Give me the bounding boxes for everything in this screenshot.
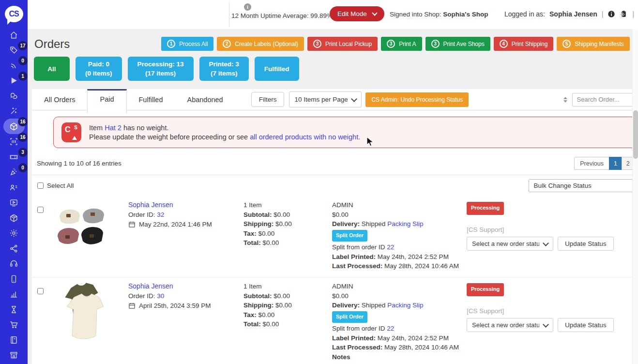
sidebar-item-messages[interactable] — [3, 91, 25, 101]
sidebar-item-reports[interactable] — [3, 289, 25, 299]
customer-link[interactable]: Sophia Jensen — [128, 282, 173, 290]
print-ave-shops-button[interactable]: 3 Print Ave Shops — [425, 37, 490, 51]
channel-amount: $0.00 — [332, 291, 467, 301]
sidebar-item-catalog[interactable] — [3, 335, 25, 345]
sidebar-item-support[interactable] — [3, 259, 25, 269]
barcode-scan-icon — [9, 137, 18, 146]
update-status-button[interactable]: Update Status — [558, 237, 614, 251]
showing-entries: Showing 1 to 10 of 16 entries — [37, 160, 122, 167]
item-link[interactable]: Hat 2 — [105, 124, 122, 132]
order-status-select[interactable]: Select a new order status.. — [467, 318, 553, 332]
split-from-label: Split from order ID — [332, 243, 385, 251]
edit-mode-label: Edit Mode — [337, 10, 367, 17]
update-status-button[interactable]: Update Status — [558, 318, 614, 332]
filter-processing-button[interactable]: Processing: 13 (17 items) — [128, 57, 194, 81]
info-icon[interactable]: i — [244, 3, 251, 11]
sidebar-item-settings[interactable] — [3, 228, 25, 238]
vertical-scrollbar[interactable] — [632, 29, 638, 364]
total-value: $0.00 — [263, 239, 279, 246]
filter-label: Printed: 3 — [209, 60, 239, 69]
badge-count: 0 — [18, 56, 28, 65]
print-local-pickup-button[interactable]: 3 Print Local Pickup — [307, 37, 378, 51]
sidebar-item-carts[interactable] — [3, 320, 25, 330]
order-id-link[interactable]: 30 — [157, 292, 164, 300]
sidebar-item-scan[interactable]: 16 — [3, 137, 25, 147]
filter-paid-button[interactable]: Paid: 0 (0 items) — [76, 57, 122, 81]
sidebar-item-customers[interactable] — [3, 182, 25, 192]
sidebar-item-automations[interactable] — [3, 106, 25, 116]
sidebar-item-shop[interactable] — [3, 350, 25, 360]
notes-label[interactable]: Notes — [332, 352, 467, 362]
filter-printed-button[interactable]: Printed: 3 (7 items) — [199, 57, 249, 81]
tab-paid[interactable]: Paid — [87, 89, 126, 114]
sidebar-item-broadcast[interactable]: 0 — [3, 61, 25, 70]
scrollbar-thumb[interactable] — [633, 110, 638, 159]
product-image[interactable] — [55, 200, 128, 277]
tab-all-orders[interactable]: All Orders — [32, 89, 87, 110]
sidebar-item-products[interactable]: 17 — [3, 46, 25, 55]
order-id-link[interactable]: 32 — [157, 211, 164, 218]
split-order-id-link[interactable]: 22 — [387, 243, 394, 251]
orders-card: All Orders Paid Fulfilled Abandoned Filt… — [32, 89, 638, 364]
process-all-button[interactable]: 1 Process All — [161, 37, 213, 51]
step-number: 3 — [387, 40, 395, 48]
filter-sublabel: (7 items) — [209, 69, 239, 78]
order-checkbox[interactable] — [37, 207, 44, 213]
sidebar-item-mobile-app[interactable] — [3, 274, 25, 284]
app-logo[interactable]: CS — [0, 0, 28, 28]
info-icon[interactable] — [608, 10, 615, 18]
sidebar-item-live[interactable]: 1 — [3, 76, 25, 86]
warning-line1-post: has no weight. — [123, 124, 169, 132]
sidebar-item-inventory[interactable] — [3, 213, 25, 223]
switch-user-icon[interactable] — [620, 10, 628, 18]
select-all-checkbox[interactable] — [37, 182, 44, 189]
select-all-row: Select All Bulk Change Status — [32, 175, 638, 196]
packing-slip-link[interactable]: Packing Slip — [387, 302, 423, 309]
subtotal-value: $0.00 — [273, 211, 290, 218]
order-id-label: Order ID: — [128, 292, 155, 300]
package-icon — [9, 122, 18, 131]
product-image[interactable] — [55, 282, 128, 362]
pagination-page-1[interactable]: 1 — [609, 157, 622, 170]
shipping-manifests-button[interactable]: 5 Shipping Manifests — [557, 37, 629, 51]
filter-all-button[interactable]: All — [34, 57, 70, 81]
sidebar-item-giveaways[interactable]: 0 — [3, 167, 25, 177]
sidebar-item-coupons[interactable]: 3 — [3, 152, 25, 162]
filter-fulfilled-button[interactable]: Fulfilled — [255, 57, 299, 81]
items-per-page-select[interactable]: 10 Items per Page — [289, 91, 362, 107]
order-checkbox[interactable] — [37, 288, 44, 294]
total-value: $0.00 — [263, 320, 279, 328]
sidebar-item-orders[interactable]: 16 — [3, 121, 25, 131]
pagination-previous[interactable]: Previous — [574, 157, 609, 170]
sidebar-item-integrations[interactable] — [3, 243, 25, 253]
bulk-change-status-select[interactable]: Bulk Change Status — [529, 179, 638, 192]
split-order-id-link[interactable]: 22 — [387, 325, 394, 332]
step-number: 4 — [500, 40, 508, 48]
packing-slip-link[interactable]: Packing Slip — [387, 220, 423, 228]
status-badge: Processing — [467, 202, 504, 215]
print-a-button[interactable]: 3 Print A — [381, 37, 422, 51]
tab-abandoned[interactable]: Abandoned — [175, 89, 235, 110]
print-shipping-button[interactable]: 4 Print Shipping — [494, 37, 554, 51]
tab-fulfilled[interactable]: Fulfilled — [127, 89, 175, 110]
create-labels-button[interactable]: 2 Create Labels (Optional) — [217, 37, 304, 51]
sidebar-item-home[interactable] — [3, 30, 25, 40]
order-status-select[interactable]: Select a new order status.. — [467, 237, 553, 251]
sort-icon[interactable] — [563, 97, 567, 103]
cs-admin-undo-button[interactable]: CS Admin: Undo Processing Status — [365, 92, 469, 107]
box-icon — [9, 213, 18, 223]
search-order-input[interactable] — [572, 93, 638, 106]
filters-button[interactable]: Filters — [251, 92, 285, 107]
customer-link[interactable]: Sophia Jensen — [128, 201, 173, 209]
delivery-value: Shipped — [362, 220, 386, 228]
badge-count: 1 — [18, 72, 28, 81]
badge-count: 0 — [18, 163, 28, 172]
no-weight-products-link[interactable]: all ordered products with no weight. — [250, 133, 360, 141]
step-number: 3 — [431, 40, 440, 48]
edit-mode-button[interactable]: Edit Mode — [330, 6, 384, 21]
sidebar-item-waitlist[interactable] — [3, 304, 25, 314]
last-processed-value: May 28th, 2024 10:46 AM — [384, 344, 459, 351]
divider: | — [632, 10, 634, 18]
sidebar-item-videos[interactable] — [3, 198, 25, 208]
order-date: May 22nd, 2024 1:46 PM — [139, 220, 212, 229]
